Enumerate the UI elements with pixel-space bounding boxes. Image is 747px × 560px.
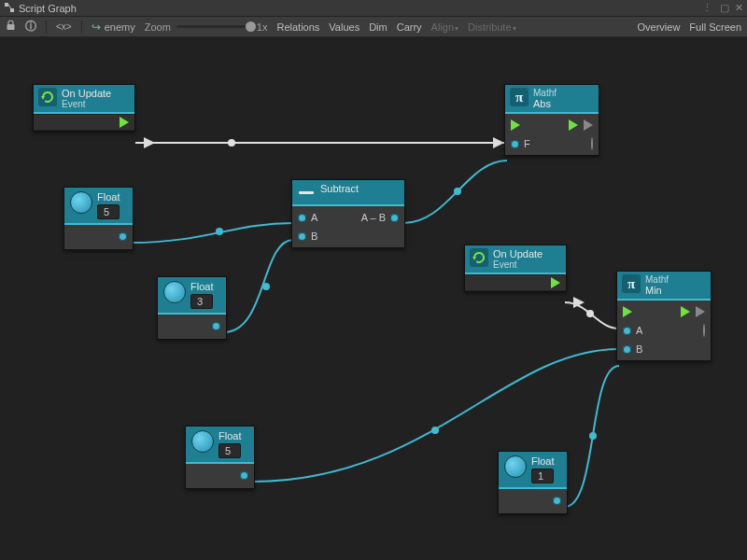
node-subtitle: Event	[62, 99, 111, 109]
value-out-port[interactable]	[240, 471, 248, 480]
flow-out-port-2[interactable]	[696, 306, 705, 317]
pi-icon: π	[622, 274, 641, 293]
value-out-port[interactable]	[553, 497, 561, 505]
svg-point-10	[586, 310, 594, 317]
subtract-icon	[297, 183, 316, 202]
graph-icon	[4, 2, 15, 15]
svg-marker-5	[144, 137, 155, 148]
svg-rect-3	[7, 24, 15, 30]
svg-marker-15	[472, 257, 476, 260]
svg-marker-11	[573, 297, 585, 308]
target-label: enemy	[105, 21, 135, 33]
zoom-slider-knob[interactable]	[246, 21, 256, 32]
node-title: On Update	[62, 88, 111, 99]
lock-icon[interactable]	[6, 20, 16, 34]
dim-button[interactable]: Dim	[369, 21, 388, 33]
output-port[interactable]	[703, 324, 705, 337]
node-title: Abs	[533, 98, 557, 109]
graph-canvas[interactable]: On Update Event Float 5 Float 3	[0, 37, 747, 560]
flow-out-port[interactable]	[551, 277, 560, 288]
input-b-port[interactable]	[623, 345, 631, 354]
float-value-input[interactable]: 3	[190, 294, 213, 309]
float-icon	[163, 281, 186, 303]
float-value-input[interactable]: 5	[218, 443, 241, 458]
svg-point-13	[589, 432, 597, 440]
node-title: Float	[218, 430, 241, 441]
carry-button[interactable]: Carry	[397, 21, 422, 33]
distribute-dropdown[interactable]: Distribute▾	[468, 21, 515, 33]
title-bar: Script Graph ⋮ ▢ ✕	[0, 0, 747, 17]
relations-button[interactable]: Relations	[276, 21, 319, 33]
node-subtract[interactable]: Subtract A A – B B	[291, 179, 405, 248]
svg-point-8	[262, 283, 270, 290]
input-b-port[interactable]	[298, 232, 306, 241]
window-maximize-icon[interactable]: ▢	[720, 2, 729, 14]
float-value-input[interactable]: 1	[531, 469, 554, 483]
node-title: Float	[531, 455, 554, 467]
flow-out-port-2[interactable]	[584, 119, 593, 131]
input-f-port[interactable]	[511, 140, 519, 148]
node-float-4[interactable]: Float 1	[498, 451, 568, 514]
svg-point-4	[228, 139, 235, 147]
flow-out-port[interactable]	[120, 117, 129, 128]
node-title: Float	[97, 191, 120, 203]
float-icon	[191, 430, 214, 453]
float-icon	[504, 455, 527, 478]
update-icon	[38, 88, 57, 106]
svg-point-7	[216, 228, 223, 235]
output-port[interactable]	[591, 137, 593, 150]
node-subtitle: Event	[493, 259, 543, 270]
fullscreen-button[interactable]: Full Screen	[689, 21, 741, 33]
svg-marker-6	[493, 137, 504, 148]
input-a-port[interactable]	[298, 214, 306, 222]
values-button[interactable]: Values	[329, 21, 359, 33]
svg-point-9	[454, 188, 461, 195]
node-float-2[interactable]: Float 3	[157, 276, 227, 340]
node-title: On Update	[493, 248, 543, 259]
svg-rect-0	[5, 3, 8, 7]
flow-out-port[interactable]	[681, 306, 690, 317]
window-title: Script Graph	[19, 3, 77, 14]
code-icon[interactable]: <x>	[56, 21, 72, 32]
zoom-label: Zoom	[145, 21, 171, 33]
node-title: Float	[190, 281, 213, 292]
node-category: Mathf	[533, 88, 557, 98]
node-on-update-1[interactable]: On Update Event	[33, 84, 135, 132]
node-float-3[interactable]: Float 5	[185, 426, 255, 489]
float-value-input[interactable]: 5	[97, 204, 120, 219]
node-title: Subtract	[320, 183, 359, 194]
node-on-update-2[interactable]: On Update Event	[464, 245, 567, 292]
node-mathf-min[interactable]: π Mathf Min A B	[616, 271, 712, 361]
target-selector[interactable]: ↩ enemy	[92, 21, 135, 34]
zoom-slider[interactable]	[176, 25, 251, 28]
info-icon[interactable]: ⓘ	[25, 19, 36, 35]
zoom-value: 1x	[257, 21, 268, 33]
node-category: Mathf	[645, 274, 669, 285]
input-a-port[interactable]	[623, 327, 631, 335]
overview-button[interactable]: Overview	[638, 21, 681, 33]
flow-out-port[interactable]	[569, 119, 578, 131]
svg-marker-14	[41, 96, 45, 100]
flow-in-port[interactable]	[511, 119, 520, 131]
svg-point-12	[431, 427, 439, 434]
window-close-icon[interactable]: ✕	[735, 2, 743, 14]
node-mathf-abs[interactable]: π Mathf Abs F	[504, 84, 599, 156]
value-out-port[interactable]	[212, 322, 220, 330]
float-icon	[70, 191, 92, 214]
value-out-port[interactable]	[119, 232, 127, 241]
align-dropdown[interactable]: Align▾	[431, 21, 458, 33]
update-icon	[470, 248, 488, 267]
zoom-control[interactable]: Zoom 1x	[145, 21, 268, 33]
pi-icon: π	[510, 88, 529, 106]
window-menu-icon[interactable]: ⋮	[702, 2, 714, 14]
toolbar: ⓘ <x> ↩ enemy Zoom 1x Relations Values D…	[0, 17, 747, 37]
flow-in-port[interactable]	[623, 306, 632, 317]
node-title: Min	[645, 285, 669, 296]
output-port[interactable]	[390, 214, 399, 222]
return-arrow-icon: ↩	[92, 21, 101, 34]
node-float-1[interactable]: Float 5	[63, 187, 134, 250]
